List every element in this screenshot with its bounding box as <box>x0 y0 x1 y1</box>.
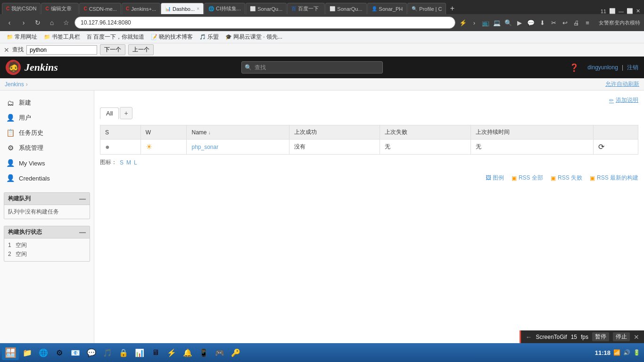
build-queue-section: 构建队列 — 队列中没有构建任务 <box>4 192 90 219</box>
close-window-icon[interactable]: ✕ <box>636 8 640 14</box>
tab-sonar1[interactable]: ⬜ SonarQu... <box>246 3 287 14</box>
baidu-icon: 百 <box>87 33 92 41</box>
bookmark-toolbar[interactable]: 📁 书签工具栏 <box>41 32 83 42</box>
print-icon[interactable]: 🖨 <box>571 18 581 27</box>
sidebar-item-task-history[interactable]: 📋 任务历史 <box>0 125 94 140</box>
build-queue-toggle[interactable]: — <box>79 195 86 203</box>
find-input[interactable] <box>26 45 97 55</box>
tab-sonar2[interactable]: ⬜ SonarQu... <box>325 3 366 14</box>
tab-baidu[interactable]: 百 百度一下 <box>287 3 325 14</box>
find-prev-button[interactable]: 上一个 <box>128 44 154 55</box>
icon-size-m[interactable]: M <box>126 159 131 166</box>
build-executor-toggle[interactable]: — <box>79 229 86 236</box>
icon-size-s[interactable]: S <box>120 159 124 166</box>
jenkins-user: dingyunlong | 注销 <box>587 64 638 72</box>
job-weather-cell: ☀ <box>140 140 187 155</box>
forward-icon[interactable]: › <box>470 18 479 27</box>
bookmark-lm[interactable]: 🎵 乐盟 <box>197 32 222 42</box>
add-description-text: 添加说明 <box>616 96 638 104</box>
jenkins-logo-icon: 🧔 <box>6 60 21 75</box>
bookmark-wangyi[interactable]: 🎓 网易云课堂 · 领先... <box>223 32 285 42</box>
search-icon: 🔍 <box>242 64 255 71</box>
jenkins-search-input[interactable] <box>255 64 382 71</box>
build-action-icon[interactable]: ⟳ <box>598 143 604 151</box>
forward-button[interactable]: › <box>18 17 29 28</box>
system-icon: ⚙ <box>6 143 15 153</box>
download-icon[interactable]: ⬇ <box>537 18 547 27</box>
tab-ci[interactable]: 🌐 CI持续集... <box>204 3 245 14</box>
restore-icon[interactable]: ⬜ <box>609 8 616 14</box>
new-tab-button[interactable]: + <box>446 3 458 14</box>
tab-sonar-ph[interactable]: 👤 Sonar_PH <box>367 3 407 14</box>
bookmark-page-button[interactable]: ☆ <box>60 17 72 28</box>
device-icon[interactable]: 💻 <box>492 18 502 27</box>
jenkins-main: 🗂 新建 👤 用户 📋 任务历史 ⚙ 系统管理 👤 My Views 👤 <box>0 90 644 343</box>
rss-footer: 🖼 图例 ▣ RSS 全部 ▣ RSS 失败 ▣ RSS 最新的构建 <box>100 174 638 182</box>
sidebar-credentials-label: Credentials <box>19 175 50 182</box>
search2-icon[interactable]: 🔍 <box>504 18 513 27</box>
sidebar-item-credentials[interactable]: 👤 Credentials <box>0 171 94 186</box>
tab-close-icon[interactable]: × <box>197 6 199 11</box>
jenkins-search-wrap: 🔍 <box>63 61 561 74</box>
back-button[interactable]: ‹ <box>4 17 15 28</box>
play-icon[interactable]: ▶ <box>515 18 524 27</box>
job-name-link[interactable]: php_sonar <box>191 144 218 150</box>
undo-icon[interactable]: ↩ <box>560 18 570 27</box>
build-queue-header: 构建队列 — <box>4 193 90 205</box>
bookmark-common[interactable]: 📁 常用网址 <box>4 32 40 42</box>
tab-csdn1[interactable]: C 我的CSDN <box>2 3 41 14</box>
sidebar-item-myviews[interactable]: 👤 My Views <box>0 156 94 171</box>
tab-csdn3[interactable]: C CSDN-me... <box>79 3 121 14</box>
table-header-row: S W Name ↓ 上次成功 上次失败 <box>100 125 638 140</box>
screentogif-x-close[interactable]: ✕ <box>634 333 639 341</box>
auto-refresh-link[interactable]: 允许自动刷新 <box>605 80 639 88</box>
screentogif-stop-button[interactable]: 停止 <box>613 332 630 341</box>
refresh-button[interactable]: ↻ <box>32 17 43 28</box>
breadcrumb-arrow: › <box>26 81 28 88</box>
view-tabs: All + <box>100 107 638 119</box>
chat-icon[interactable]: 💬 <box>526 18 536 27</box>
screentogif-title: ScreenToGif <box>536 334 567 340</box>
menu-icon[interactable]: ≡ <box>583 18 592 27</box>
cast-icon[interactable]: 📺 <box>481 18 490 27</box>
find-bar: ✕ 查找 下一个 上一个 <box>0 43 644 57</box>
sidebar-item-users[interactable]: 👤 用户 <box>0 110 94 125</box>
tab-profile[interactable]: 🔍 Profile | C <box>407 3 446 14</box>
add-description-link[interactable]: ✏ 添加说明 <box>609 96 638 104</box>
scissors-icon[interactable]: ✂ <box>549 18 558 27</box>
col-header-s: S <box>100 125 141 140</box>
bookmark-baidu[interactable]: 百 百度一下，你就知道 <box>84 32 147 42</box>
tab-csdn2[interactable]: C 编辑文章 <box>41 3 79 14</box>
screentogif-close[interactable]: ← <box>526 333 532 341</box>
legend-link[interactable]: 🖼 图例 <box>486 174 504 182</box>
icon-size-l[interactable]: L <box>134 159 137 166</box>
address-input[interactable] <box>74 16 455 29</box>
bookmark-blog[interactable]: 📝 晓的技术博客 <box>148 32 196 42</box>
screentogif-pause-button[interactable]: 暂停 <box>592 332 609 341</box>
col-header-last-success: 上次成功 <box>289 125 380 140</box>
tab-all[interactable]: All <box>100 107 119 119</box>
find-close-button[interactable]: ✕ <box>4 46 9 54</box>
tab-favicon: C <box>45 6 49 11</box>
find-next-button[interactable]: 下一个 <box>100 44 125 55</box>
sidebar-item-new[interactable]: 🗂 新建 <box>0 95 94 110</box>
tab-dashboard[interactable]: 📊 Dashbo... × <box>161 3 204 14</box>
logout-link[interactable]: 注销 <box>627 64 638 72</box>
rss-latest-link[interactable]: ▣ RSS 最新的构建 <box>590 174 638 182</box>
rss-fail-link[interactable]: ▣ RSS 失败 <box>551 174 582 182</box>
col-header-name[interactable]: Name ↓ <box>187 125 289 140</box>
tab-jenkins[interactable]: C Jenkins+... <box>122 3 160 14</box>
breadcrumb-jenkins-link[interactable]: Jenkins <box>5 81 24 88</box>
sidebar-item-system[interactable]: ⚙ 系统管理 <box>0 140 94 156</box>
browser-chrome: C 我的CSDN C 编辑文章 C CSDN-me... C Jenkins+.… <box>0 0 644 57</box>
minimize-icon[interactable]: — <box>619 8 624 14</box>
username-link[interactable]: dingyunlong <box>587 64 618 71</box>
rss-all-link[interactable]: ▣ RSS 全部 <box>512 174 543 182</box>
job-last-success-cell: 没有 <box>289 140 380 155</box>
maximize-icon[interactable]: ⬜ <box>627 8 633 14</box>
help-icon[interactable]: ❓ <box>566 63 583 72</box>
lightning-icon[interactable]: ⚡ <box>458 18 468 27</box>
tab-add[interactable]: + <box>120 107 132 119</box>
home-button[interactable]: ⌂ <box>46 17 58 28</box>
sidebar-users-label: 用户 <box>19 114 31 122</box>
